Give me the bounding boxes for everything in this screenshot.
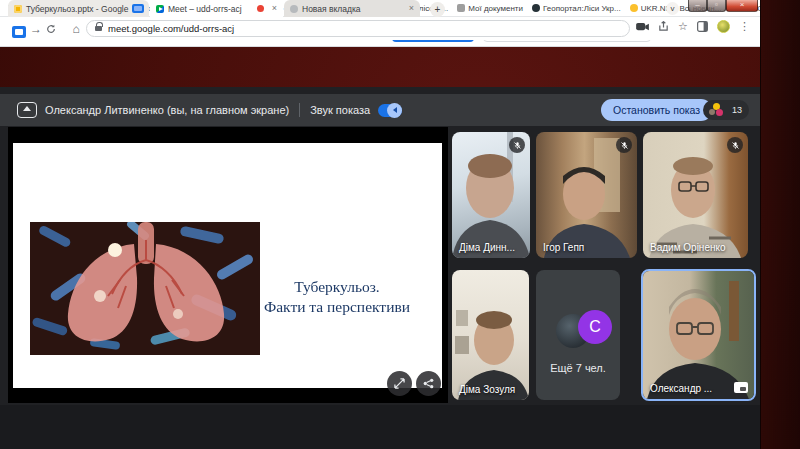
favicon xyxy=(457,4,465,12)
minimize-button[interactable]: – xyxy=(688,0,707,12)
globe-icon xyxy=(290,5,298,13)
address-bar[interactable]: meet.google.com/udd-orrs-acj xyxy=(86,20,630,37)
share-icon[interactable] xyxy=(658,21,669,32)
tab-title: Туберкульоз.pptx - Google xyxy=(26,4,128,14)
presenter-name: Олександр Литвиненко (вы, на главном экр… xyxy=(45,104,289,116)
mic-off-icon xyxy=(727,137,743,153)
tab-search-chevron-icon[interactable]: v xyxy=(666,2,679,15)
presentation-stage[interactable]: Туберкульоз. Факти та перспективи xyxy=(8,127,448,403)
mic-off-icon xyxy=(509,137,525,153)
stop-presenting-button[interactable]: Остановить показ xyxy=(601,99,712,121)
reload-icon[interactable] xyxy=(46,24,66,34)
lock-icon xyxy=(95,26,102,31)
mic-off-icon xyxy=(616,137,632,153)
favicon xyxy=(532,4,540,12)
participant-tile[interactable]: Діма Зозуля xyxy=(452,270,529,400)
tab-capture-icon xyxy=(132,4,144,13)
tab-new[interactable]: Новая вкладка × xyxy=(284,0,420,17)
participant-count: 13 xyxy=(732,105,742,115)
screen-share-icon xyxy=(12,26,26,38)
bookmark-star-icon[interactable]: ☆ xyxy=(678,20,688,33)
bookmark-item[interactable]: Геопортал:Ліси Укр... xyxy=(532,4,621,13)
browser-menu-icon[interactable]: ⋮ xyxy=(739,20,750,33)
participant-name: Діма Зозуля xyxy=(459,384,515,395)
participant-video xyxy=(643,271,754,399)
present-screen-icon xyxy=(17,102,37,118)
tab-close-icon[interactable]: × xyxy=(409,4,414,13)
presentation-audio-label: Звук показа xyxy=(310,104,370,116)
meet-bottom-bar: 10:35 | udd-orrs-acj ⋯ ^ xyxy=(0,405,760,449)
expand-icon[interactable] xyxy=(387,371,412,396)
participants-pill[interactable]: 13 xyxy=(703,100,749,120)
tab-meet-active[interactable]: Meet – udd-orrs-acj × xyxy=(150,0,283,17)
side-panel-icon[interactable] xyxy=(697,21,708,32)
desktop: Туберкульоз.pptx - Google × Meet – udd-o… xyxy=(0,0,800,449)
more-participants-tile[interactable]: C Ещё 7 чел. xyxy=(536,270,620,400)
divider xyxy=(299,103,300,117)
audio-toggle[interactable] xyxy=(378,104,402,117)
participant-name: Олександр ... xyxy=(650,383,712,394)
chrome-window: Туберкульоз.pptx - Google × Meet – udd-o… xyxy=(0,0,760,449)
participant-avatars-cluster xyxy=(709,103,725,117)
participant-video xyxy=(452,270,529,400)
participant-tile[interactable]: Діма Динн... xyxy=(452,132,530,258)
new-tab-button[interactable]: + xyxy=(430,2,445,17)
tab-slides[interactable]: Туберкульоз.pptx - Google × xyxy=(8,0,149,17)
participant-avatar-letter: C xyxy=(578,310,612,344)
slides-icon xyxy=(14,5,22,13)
picture-in-picture-icon[interactable] xyxy=(734,382,748,393)
recording-dot-icon xyxy=(257,5,264,12)
participant-tile[interactable]: Вадим Оріненко xyxy=(643,132,748,258)
maximize-button[interactable]: ▫ xyxy=(707,0,726,12)
url-text: meet.google.com/udd-orrs-acj xyxy=(108,23,234,34)
meet-page: Олександр Литвиненко (вы, на главном экр… xyxy=(0,87,760,449)
slide-title: Туберкульоз. Факти та перспективи xyxy=(237,277,437,317)
tab-close-icon[interactable]: × xyxy=(148,4,149,13)
tab-close-icon[interactable]: × xyxy=(272,4,277,13)
active-speaker-tile[interactable]: Олександр ... xyxy=(641,269,756,401)
favicon xyxy=(630,4,638,12)
slide: Туберкульоз. Факти та перспективи xyxy=(13,143,442,388)
close-button[interactable]: × xyxy=(726,0,758,12)
lungs-image xyxy=(30,222,260,355)
bookmark-item[interactable]: Мої документи xyxy=(457,4,523,13)
toolbar-actions: ☆ ⋮ xyxy=(636,20,750,33)
windows-taskbar: UK i 10:35 25.03.2026 xyxy=(760,0,800,449)
tab-title: Meet – udd-orrs-acj xyxy=(168,4,242,14)
presenting-banner: Олександр Литвиненко (вы, на главном экр… xyxy=(0,94,760,126)
participant-tile[interactable]: Ігор Гепп xyxy=(536,132,637,258)
tab-title: Новая вкладка xyxy=(302,4,361,14)
participant-name: Ігор Гепп xyxy=(543,242,584,253)
share-nodes-icon[interactable] xyxy=(416,371,441,396)
more-participants-label: Ещё 7 чел. xyxy=(536,362,620,374)
tab-sharing-icon[interactable] xyxy=(636,22,649,32)
speaker-icon xyxy=(387,103,402,118)
participant-name: Діма Динн... xyxy=(459,242,515,253)
home-icon[interactable]: ⌂ xyxy=(66,22,86,36)
profile-avatar[interactable] xyxy=(717,20,730,33)
participant-name: Вадим Оріненко xyxy=(650,242,726,253)
meet-icon xyxy=(156,5,164,13)
forward-icon[interactable]: → xyxy=(26,22,46,36)
